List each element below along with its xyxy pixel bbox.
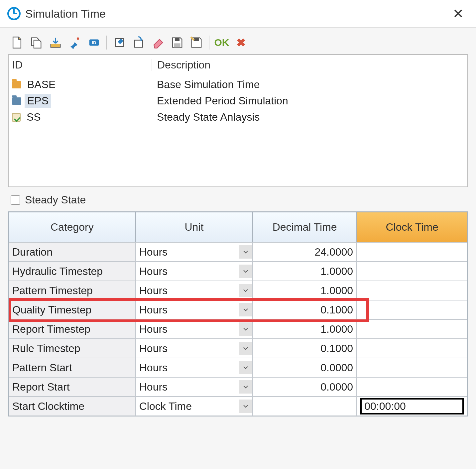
list-row[interactable]: BASEBase Simulation Time (9, 76, 467, 93)
grid-cell-decimal[interactable]: 24.0000 (253, 242, 357, 262)
list-row-id-text: BASE (25, 78, 58, 91)
grid-cell-decimal[interactable]: 0.0000 (253, 377, 357, 397)
chevron-down-icon[interactable] (239, 245, 252, 259)
grid-row: Report StartHours0.0000 (9, 377, 467, 397)
grid-cell-unit[interactable]: Hours (136, 281, 253, 300)
steady-state-input[interactable] (11, 195, 20, 205)
cancel-button[interactable]: ✖ (234, 36, 248, 50)
grid-cell-clock[interactable] (357, 358, 467, 377)
grid-header-clock[interactable]: Clock Time (357, 212, 467, 242)
new-file-icon (11, 36, 23, 49)
steady-state-label: Steady State (25, 194, 86, 206)
ok-button[interactable]: OK (215, 36, 229, 50)
grid-cell-category: Rule Timestep (9, 339, 136, 358)
svg-rect-6 (174, 43, 180, 47)
grid-cell-decimal[interactable]: 1.0000 (253, 319, 357, 339)
window-title: Simulation Time (25, 7, 449, 20)
save-as-icon (190, 36, 203, 49)
grid-cell-clock[interactable] (357, 319, 467, 339)
edit-button[interactable] (112, 36, 126, 50)
check-icon (12, 113, 21, 122)
brush-icon (68, 36, 81, 49)
unit-text: Hours (139, 285, 239, 297)
grid-cell-unit[interactable]: Hours (136, 358, 253, 377)
chevron-down-icon[interactable] (239, 342, 252, 355)
copy-button[interactable] (29, 36, 43, 50)
erase-button[interactable] (151, 36, 165, 50)
toolbar-separator (209, 36, 209, 50)
eraser-icon (152, 36, 164, 49)
grid-cell-clock[interactable] (357, 281, 467, 300)
grid-cell-clock[interactable] (357, 300, 467, 319)
grid-cell-unit[interactable]: Hours (136, 339, 253, 358)
svg-rect-5 (175, 38, 179, 41)
list-row-id: SS (12, 110, 152, 124)
import-icon (49, 36, 62, 49)
id-button[interactable]: ID (87, 36, 101, 50)
unit-text: Hours (139, 246, 239, 258)
chevron-down-icon[interactable] (239, 265, 252, 278)
grid-cell-clock[interactable] (357, 242, 467, 262)
list-header-id[interactable]: ID (12, 59, 152, 71)
grid-cell-clock[interactable]: 00:00:00 (357, 397, 467, 416)
chevron-down-icon[interactable] (239, 361, 252, 374)
grid-cell-category: Pattern Start (9, 358, 136, 377)
grid-cell-decimal[interactable]: 1.0000 (253, 281, 357, 300)
unit-text: Hours (139, 304, 239, 316)
list-row-description: Steady State Anlaysis (152, 111, 464, 123)
grid-cell-unit[interactable]: Hours (136, 262, 253, 281)
revert-button[interactable] (132, 36, 146, 50)
svg-text:ID: ID (92, 40, 96, 45)
new-button[interactable] (10, 36, 24, 50)
close-button[interactable]: ✕ (449, 6, 467, 21)
list-row-description: Base Simulation Time (152, 78, 464, 91)
grid-cell-decimal[interactable]: 0.1000 (253, 300, 357, 319)
list-row[interactable]: EPSExtended Period Simulation (9, 93, 467, 109)
grid-cell-clock[interactable] (357, 339, 467, 358)
chevron-down-icon[interactable] (239, 380, 252, 394)
folder-icon (12, 81, 21, 88)
list-header-desc[interactable]: Description (152, 59, 464, 71)
save-as-button[interactable] (189, 36, 203, 50)
dialog-body: ID (0, 27, 476, 469)
grid-cell-decimal[interactable] (253, 397, 357, 416)
grid-cell-clock[interactable] (357, 262, 467, 281)
steady-state-checkbox[interactable]: Steady State (8, 187, 468, 211)
grid-cell-clock[interactable] (357, 377, 467, 397)
grid-header-decimal[interactable]: Decimal Time (253, 212, 357, 242)
grid-cell-decimal[interactable]: 1.0000 (253, 262, 357, 281)
grid-cell-category: Start Clocktime (9, 397, 136, 416)
unit-text: Hours (139, 342, 239, 355)
grid-cell-category: Duration (9, 242, 136, 262)
grid-cell-decimal[interactable]: 0.0000 (253, 358, 357, 377)
toolbar: ID (8, 34, 468, 54)
chevron-down-icon[interactable] (239, 322, 252, 336)
titlebar: Simulation Time ✕ (0, 0, 476, 27)
scenario-list: ID Description BASEBase Simulation TimeE… (8, 54, 468, 187)
chevron-down-icon[interactable] (239, 400, 252, 413)
save-icon (171, 36, 183, 49)
edit-icon (113, 36, 126, 49)
unit-text: Hours (139, 265, 239, 278)
list-row[interactable]: SSSteady State Anlaysis (9, 109, 467, 125)
grid-header-category[interactable]: Category (9, 212, 136, 242)
list-row-id: BASE (12, 78, 152, 91)
grid-row: Report TimestepHours1.0000 (9, 319, 467, 339)
chevron-down-icon[interactable] (239, 303, 252, 316)
folder-open-icon (12, 97, 21, 105)
grid-header-unit[interactable]: Unit (136, 212, 253, 242)
grid-cell-unit[interactable]: Hours (136, 377, 253, 397)
grid-cell-unit[interactable]: Hours (136, 300, 253, 319)
grid-row: Pattern StartHours0.0000 (9, 358, 467, 377)
clock-time-input[interactable]: 00:00:00 (360, 398, 464, 414)
grid-cell-decimal[interactable]: 0.1000 (253, 339, 357, 358)
grid-cell-unit[interactable]: Clock Time (136, 397, 253, 416)
grid-cell-category: Hydraulic Timestep (9, 262, 136, 281)
grid-row: Quality TimestepHours0.1000 (9, 300, 467, 319)
grid-cell-unit[interactable]: Hours (136, 319, 253, 339)
chevron-down-icon[interactable] (239, 284, 252, 297)
save-button[interactable] (170, 36, 184, 50)
import-button[interactable] (49, 36, 62, 50)
clean-button[interactable] (68, 36, 82, 50)
grid-cell-unit[interactable]: Hours (136, 242, 253, 262)
